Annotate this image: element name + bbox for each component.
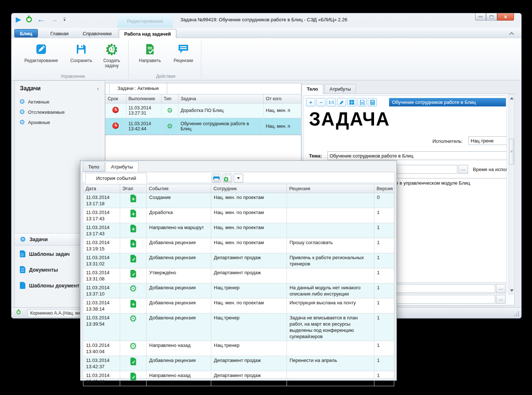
history-row[interactable]: 11.03.201413:42:44 Направлено назадДепар… [83,371,394,386]
print-button[interactable] [212,174,221,182]
gear-icon: ⚙ [19,98,25,105]
edit-pencil-button[interactable] [337,98,346,106]
history-row[interactable]: 11.03.201413:17:18 СозданиеНац. мен. по … [83,193,394,208]
date-picker-button[interactable]: … [459,165,468,174]
sidebar-item-tracked[interactable]: ⚙ Отслеживаемые [19,109,65,115]
sidebar-collapse-icon[interactable]: ‹ [97,85,99,91]
history-row[interactable]: 11.03.201413:40:04 Направлено назадНац.т… [83,341,394,356]
stage-icon [129,254,137,263]
task-row[interactable]: 11.03.201413:27:31 ⚙ Доработка ПО Блиц Н… [105,103,301,118]
sidebar-item-active[interactable]: ⚙ Активные [19,98,50,105]
scroll-down-icon[interactable] [510,289,514,292]
document-icon [360,100,364,105]
detail-toolbar: + − 1:1 [306,98,377,106]
power-icon[interactable] [26,17,32,22]
collapse-ribbon-icon[interactable] [510,32,513,35]
qat-customize-icon[interactable]: ▾ [64,18,66,22]
window-controls: × [475,13,514,21]
document-icon [20,266,25,273]
tiles-view-button[interactable] [347,98,356,106]
history-toolbar [212,174,243,182]
task-template-icon [20,250,25,257]
zoom-in-button[interactable]: + [306,98,315,106]
back-arrow-icon[interactable]: ← [37,17,45,22]
theme-field[interactable]: Обучение сотрудников работе в Блиц [327,151,507,160]
executor-field[interactable]: Нац.трене [468,136,507,145]
edit-button[interactable]: Редактирование [19,41,63,63]
task-table-header[interactable]: Срок Выполнение Тип Задача От кого [105,94,301,103]
app-play-icon[interactable]: ▶ [16,16,21,23]
tab-home[interactable]: Главная [45,29,73,38]
selected-task-line[interactable]: Обучение сотрудников работе в Блиц [389,98,506,106]
history-row[interactable]: 11.03.201413:19:15 Добавлена рецензияНац… [83,238,394,253]
task-list-tab[interactable]: Задачи : Активные [109,83,167,94]
sidebar-item-archived[interactable]: ⚙ Архивные [19,119,50,126]
task-type-gear-icon: ⚙ [167,107,173,114]
save-button[interactable]: Сохранить [66,41,97,63]
document-view-button[interactable] [357,98,367,106]
printer-icon [213,175,220,181]
history-row[interactable]: 11.03.201413:31:08 УтверждёноДепартамент… [83,268,394,283]
overdue-clock-icon [112,123,119,129]
resize-grip[interactable] [514,311,519,316]
pencil-icon [339,100,344,105]
history-tab[interactable]: История событий [85,173,147,183]
history-row[interactable]: 11.03.201413:38:14 Добавлена рецензияНац… [83,298,394,314]
history-table-header[interactable]: Дата Этап Событие Сотрудник Рецензия Вер… [83,184,394,193]
document-title: ЗАДАЧА [309,108,390,130]
task-row-selected[interactable]: 11.03.201413:42:44 ⚙ Обучение сотруднико… [105,118,301,135]
popup-tab-attributes[interactable]: Атрибуты [105,162,139,172]
tab-attributes[interactable]: Атрибуты [324,84,356,94]
theme-label: Тема: [309,153,322,159]
pencil-icon [35,43,47,57]
time-limit-label: Время на испол [473,167,507,172]
reviews-button[interactable]: Рецензии [169,41,198,63]
history-row[interactable]: 11.03.201413:42:37 Добавлена рецензияДеп… [83,356,394,371]
group-separator [201,40,201,79]
export-excel-button[interactable] [223,174,232,182]
gear-icon: ⚙ [20,236,26,243]
document-template-icon [20,282,25,289]
forward-arrow-icon[interactable]: → [50,17,58,22]
extra-field-1-picker[interactable]: … [496,284,506,293]
ribbon: Редактирование Сохранить ⚙ Создать задач… [11,38,521,80]
logoff-power-icon[interactable] [17,310,21,314]
tab-body[interactable]: Тело [302,84,323,94]
minimize-button[interactable] [475,13,486,21]
scroll-thumb[interactable]: ≡ [509,139,514,164]
group-label-actions: Действия [133,74,199,79]
history-table: Дата Этап Событие Сотрудник Рецензия Вер… [83,184,394,386]
popup-tab-body[interactable]: Тело [83,162,105,172]
tab-app-blitz[interactable]: Блиц [14,29,38,37]
history-row[interactable]: 11.03.201413:31:02 Добавлена рецензияДеп… [83,253,394,268]
send-button[interactable]: Направить [133,41,167,63]
stage-icon [129,342,137,351]
vertical-scrollbar[interactable]: ≡ [508,94,515,294]
stage-icon [129,209,137,218]
window-title: Задача №99419: Обучение сотрудников рабо… [180,13,347,28]
extra-field-2-picker[interactable]: … [496,295,506,304]
stage-icon [129,239,137,248]
stage-icon [129,372,137,381]
group-separator [128,40,129,79]
history-row[interactable]: 11.03.201413:17:43 ДоработкаНац. мен. по… [83,208,394,223]
attributes-popup: Тело Атрибуты История событий Дата [80,160,397,381]
maximize-icon [490,15,493,18]
stage-icon [129,357,137,366]
stage-icon [129,285,137,293]
tab-task-work[interactable]: Работа над задачей [119,29,176,39]
create-task-button[interactable]: ⚙ Создать задачу [98,41,125,68]
history-row[interactable]: 11.03.201413:37:10 Добавлена рецензияНац… [83,283,394,298]
title-bar[interactable]: ▶ ← → ▾ Редактирование Задача №99419: Об… [11,13,521,28]
scroll-up-icon[interactable] [510,97,514,99]
maximize-button[interactable] [486,13,497,21]
history-row[interactable]: 11.03.201413:39:54 Добавлена рецензияНац… [83,314,394,341]
actual-size-button[interactable]: 1:1 [327,98,336,106]
ribbon-tab-strip: Блиц Главная Справочники Работа над зада… [11,28,521,38]
toolbar-options-button[interactable] [234,174,243,182]
calculator-button[interactable] [368,98,377,106]
zoom-out-button[interactable]: − [316,98,326,106]
close-button[interactable]: × [497,13,514,21]
history-row[interactable]: 11.03.201413:17:43 Направлено на маршрут… [83,223,394,238]
tab-references[interactable]: Справочники [78,29,117,38]
